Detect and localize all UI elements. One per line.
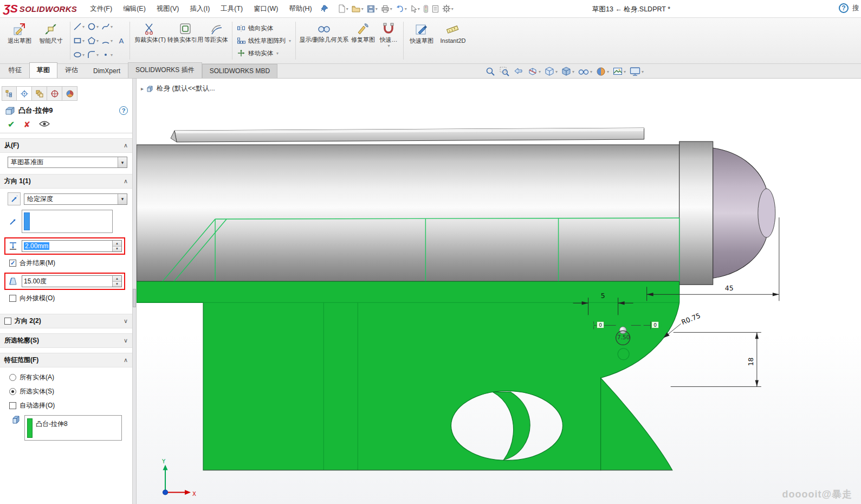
ellipse-tool-button[interactable]: ▾ — [72, 48, 86, 61]
help-icon[interactable]: ? — [839, 3, 849, 13]
start-condition-select[interactable]: 草图基准面 ▾ — [8, 157, 127, 168]
line-tool-button[interactable]: ▾ — [72, 20, 86, 33]
circle-tool-button[interactable]: ▾ — [86, 20, 100, 33]
zoom-to-fit-button[interactable] — [484, 66, 497, 77]
tab-dimxpert[interactable]: DimXpert — [86, 64, 128, 78]
edit-appearance-button[interactable]: ▾ — [594, 66, 610, 77]
model-canvas[interactable]: 5 45 R0.75 — [137, 79, 861, 504]
auto-select-row[interactable]: 自动选择(O) — [9, 401, 127, 410]
spinner-down-button[interactable]: ▼ — [113, 282, 121, 287]
sketch-dim-zero-a[interactable]: 0 — [599, 322, 602, 328]
spline-tool-button[interactable]: ▾ — [100, 20, 114, 33]
tab-solidworks-mbd[interactable]: SOLIDWORKS MBD — [202, 64, 277, 78]
tab-evaluate[interactable]: 评估 — [57, 62, 86, 78]
display-manager-tab[interactable] — [62, 86, 77, 101]
pin-menu-button[interactable] — [318, 3, 332, 15]
convert-entities-button[interactable]: 转换实体引用 — [167, 20, 204, 61]
display-style-button[interactable]: ▾ — [560, 66, 575, 77]
polygon-tool-button[interactable]: ▾ — [86, 34, 100, 47]
section-view-button[interactable]: ▾ — [526, 66, 542, 77]
property-manager-tab[interactable] — [17, 86, 32, 101]
merge-result-row[interactable]: ✓ 合并结果(M) — [9, 259, 127, 268]
hide-show-items-button[interactable]: ▾ — [577, 66, 593, 77]
display-delete-relations-button[interactable]: 显示/删除几何关系 — [299, 20, 349, 61]
preview-button[interactable] — [39, 120, 50, 129]
menu-window[interactable]: 窗口(W) — [248, 0, 283, 18]
tab-features[interactable]: 特征 — [1, 62, 29, 78]
new-document-button[interactable]: ▾ — [336, 3, 350, 15]
save-button[interactable]: ▾ — [365, 3, 379, 15]
model-end-cap[interactable] — [758, 189, 775, 237]
feature-manager-tab[interactable] — [2, 86, 17, 101]
mirror-entities-button[interactable]: 镜向实体 — [234, 23, 294, 34]
smart-dimension-button[interactable]: 智能尺寸 — [35, 20, 67, 61]
reverse-direction-button[interactable] — [8, 192, 21, 205]
selected-bodies-row[interactable]: 所选实体(S) — [9, 387, 127, 396]
menu-tools[interactable]: 工具(T) — [215, 0, 248, 18]
model-trigger[interactable] — [493, 392, 530, 460]
search-command-label[interactable]: 搜 — [852, 4, 859, 13]
breadcrumb-arrow-icon[interactable]: ▸ — [141, 86, 144, 92]
spinner-up-button[interactable]: ▲ — [113, 276, 121, 282]
direction-reference-box[interactable] — [22, 210, 113, 233]
pm-help-icon[interactable]: ? — [119, 106, 128, 115]
menu-insert[interactable]: 插入(I) — [185, 0, 216, 18]
auto-select-checkbox[interactable] — [9, 402, 16, 409]
options-button[interactable]: ▾ — [441, 3, 455, 15]
section-direction1[interactable]: 方向 1(1) ∧ — [0, 174, 132, 189]
all-bodies-radio[interactable] — [9, 374, 16, 381]
selected-bodies-radio[interactable] — [9, 388, 16, 395]
menu-edit[interactable]: 编辑(E) — [118, 0, 151, 18]
body-list-item[interactable]: 凸台-拉伸8 — [36, 418, 68, 429]
ok-button[interactable]: ✔ — [8, 119, 15, 130]
configuration-manager-tab[interactable] — [32, 86, 47, 101]
menu-view[interactable]: 视图(V) — [151, 0, 185, 18]
sketch-dim-750-text[interactable]: 7.50 — [617, 334, 630, 340]
text-tool-button[interactable]: A — [114, 34, 128, 47]
tab-sketch[interactable]: 草图 — [29, 62, 57, 78]
apply-scene-button[interactable]: ▾ — [611, 66, 627, 77]
print-button[interactable]: ▾ — [379, 3, 394, 15]
file-properties-button[interactable] — [430, 3, 441, 15]
model-lower-receiver-highlighted[interactable] — [137, 281, 679, 470]
graphics-area[interactable]: 5 45 R0.75 — [137, 79, 861, 504]
spinner-up-button[interactable]: ▲ — [113, 241, 121, 247]
all-bodies-row[interactable]: 所有实体(A) — [9, 373, 127, 382]
model-top-rail[interactable] — [171, 128, 644, 142]
draft-outward-row[interactable]: 向外拔模(O) — [9, 294, 127, 303]
section-direction2[interactable]: 方向 2(2) ∨ — [0, 314, 132, 328]
section-from[interactable]: 从(F) ∧ — [0, 138, 132, 153]
dimension-r075-text[interactable]: R0.75 — [680, 311, 701, 326]
bodies-list-box[interactable]: 凸台-拉伸8 — [24, 415, 122, 441]
dimension-18[interactable]: 18 — [671, 332, 761, 386]
draft-outward-checkbox[interactable] — [9, 295, 16, 302]
dimension-18-text[interactable]: 18 — [747, 357, 755, 366]
sketch-origin-sphere[interactable] — [619, 327, 626, 334]
move-entities-button[interactable]: 移动实体 ▾ — [234, 48, 294, 59]
depth-field[interactable]: 2.00mm ▲ ▼ — [22, 240, 122, 252]
instant2d-button[interactable]: Instant2D — [436, 20, 470, 61]
zoom-to-area-button[interactable] — [498, 66, 511, 77]
draft-angle-value[interactable]: 15.00度 — [22, 276, 112, 287]
section-selected-contours[interactable]: 所选轮廓(S) ∨ — [0, 333, 132, 348]
fillet-tool-button[interactable]: ▾ — [86, 48, 100, 61]
depth-value[interactable]: 2.00mm — [24, 242, 49, 250]
model-grip[interactable] — [601, 378, 672, 470]
rectangle-tool-button[interactable]: ▾ — [72, 34, 86, 47]
merge-result-checkbox[interactable]: ✓ — [9, 260, 16, 267]
dimension-45-text[interactable]: 45 — [725, 284, 734, 292]
tab-solidworks-addins[interactable]: SOLIDWORKS 插件 — [128, 62, 202, 78]
point-tool-button[interactable]: ▾ — [100, 48, 114, 61]
panel-splitter[interactable] — [133, 79, 137, 504]
direction2-checkbox[interactable] — [4, 318, 11, 325]
previous-view-button[interactable] — [512, 66, 525, 77]
section-feature-scope[interactable]: 特征范围(F) ∧ — [0, 353, 132, 367]
menu-help[interactable]: 帮助(H) — [283, 0, 317, 18]
arc-tool-button[interactable]: ▾ — [100, 34, 114, 47]
exit-sketch-button[interactable]: 退出草图 — [4, 20, 35, 61]
undo-button[interactable]: ▾ — [394, 3, 409, 14]
breadcrumb-text[interactable]: 枪身 (默认<<默认... — [157, 84, 215, 93]
dimxpert-manager-tab[interactable] — [47, 86, 62, 101]
trim-entities-button[interactable]: 剪裁实体(T) — [133, 20, 167, 61]
sketch-dim-zero-b[interactable]: 0 — [653, 322, 657, 328]
